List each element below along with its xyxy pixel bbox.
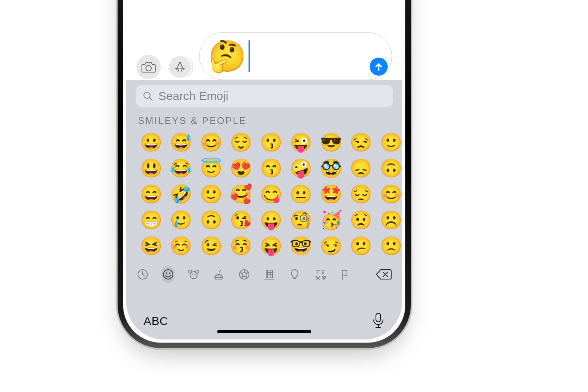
backspace-icon (375, 268, 392, 281)
emoji-search[interactable]: Search Emoji (136, 85, 393, 107)
cat-objects[interactable] (288, 266, 302, 283)
emoji-cell[interactable]: 😌 (228, 129, 254, 155)
activity-icon (238, 269, 250, 280)
text-caret (249, 40, 250, 72)
emoji-cell[interactable]: 😂 (168, 155, 194, 181)
smileys-icon (162, 269, 174, 280)
emoji-cell[interactable]: 😏 (318, 233, 344, 259)
message-input[interactable]: 🤔 (199, 32, 392, 80)
app-store-icon (173, 60, 187, 74)
cat-food[interactable] (212, 266, 226, 283)
emoji-cell[interactable]: 😚 (228, 233, 254, 259)
emoji-cell[interactable]: 🙃 (198, 207, 224, 233)
cat-flags[interactable] (338, 266, 353, 283)
emoji-cell[interactable]: 😒 (348, 129, 374, 155)
emoji-cell[interactable]: 😔 (348, 181, 374, 207)
emoji-cell[interactable]: 😟 (348, 207, 374, 233)
emoji-cell[interactable]: 🧐 (288, 207, 314, 233)
cat-symbols[interactable] (313, 266, 327, 283)
emoji-cell[interactable]: 🥰 (228, 181, 254, 207)
keyboard-bottom-row: ABC (126, 301, 402, 339)
emoji-grid-viewport[interactable]: 😀😅😊😌😗😜😎😒🙂😃😂😇😍😙🤪🥸😞🙃😄🤣🙂🥰😋😐🤩😔😊😁🥲🙃😘😛🧐🥳😟☹️😆☺️… (138, 129, 402, 259)
emoji-cell[interactable]: 😍 (228, 155, 254, 181)
emoji-cell[interactable]: 🙂 (198, 181, 224, 207)
compose-row: 🤔 (126, 20, 402, 79)
emoji-cell[interactable]: 😞 (348, 155, 374, 181)
camera-button[interactable] (136, 55, 161, 79)
emoji-cell[interactable]: 😛 (258, 207, 284, 233)
abc-key[interactable]: ABC (143, 314, 168, 328)
emoji-cell[interactable]: 😙 (258, 155, 284, 181)
emoji-keyboard: Search Emoji SMILEYS & PEOPLE 😀😅😊😌😗😜😎😒🙂😃… (126, 80, 402, 339)
cat-animals[interactable] (186, 266, 201, 283)
svg-point-0 (146, 65, 151, 71)
cat-smileys[interactable] (161, 266, 176, 283)
cat-activity[interactable] (237, 266, 251, 283)
emoji-cell[interactable]: 😐 (288, 181, 314, 207)
svg-point-4 (163, 270, 173, 279)
travel-icon (263, 269, 275, 280)
objects-icon (289, 269, 301, 280)
send-button[interactable] (370, 58, 388, 76)
emoji-cell[interactable]: 😗 (258, 129, 284, 155)
emoji-cell[interactable]: 🥳 (318, 207, 344, 233)
svg-point-11 (194, 274, 195, 276)
backspace-key[interactable] (374, 266, 393, 283)
emoji-category-bar (136, 266, 393, 283)
food-icon (213, 269, 225, 280)
emoji-cell[interactable]: 🤪 (288, 155, 314, 181)
emoji-cell[interactable]: ☺️ (168, 233, 194, 259)
svg-rect-13 (266, 270, 272, 278)
emoji-cell[interactable]: 😋 (258, 181, 284, 207)
arrow-up-icon (374, 62, 383, 71)
emoji-section-label: SMILEYS & PEOPLE (138, 115, 390, 126)
emoji-cell[interactable]: 😃 (138, 155, 164, 181)
emoji-cell[interactable]: 😎 (318, 129, 344, 155)
emoji-cell[interactable]: 😊 (378, 181, 402, 207)
emoji-cell[interactable]: 😘 (228, 207, 254, 233)
home-indicator[interactable] (217, 330, 311, 333)
phone-screen: 🤔 Search Emoji SMILEYS & PEOPLE (126, 0, 402, 339)
emoji-cell[interactable]: 😝 (258, 233, 284, 259)
emoji-cell[interactable]: 😇 (198, 155, 224, 181)
emoji-cell[interactable]: ☹️ (378, 207, 402, 233)
emoji-cell[interactable]: 😕 (348, 233, 374, 259)
emoji-cell[interactable]: 🤣 (168, 181, 194, 207)
symbols-icon (314, 269, 326, 280)
emoji-cell[interactable]: 🥸 (318, 155, 344, 181)
emoji-cell[interactable]: 😁 (138, 207, 164, 233)
svg-point-9 (196, 270, 199, 273)
emoji-cell[interactable]: 🤩 (318, 181, 344, 207)
svg-point-5 (166, 272, 167, 274)
svg-point-6 (169, 272, 171, 274)
svg-point-10 (192, 274, 193, 276)
emoji-cell[interactable]: 😀 (138, 129, 164, 155)
typed-emoji: 🤔 (208, 41, 246, 71)
svg-point-8 (189, 270, 192, 273)
dictation-button[interactable] (372, 312, 385, 330)
emoji-cell[interactable]: 🤓 (288, 233, 314, 259)
svg-rect-14 (376, 313, 381, 322)
emoji-cell[interactable]: 😉 (198, 233, 224, 259)
animals-icon (188, 269, 200, 280)
svg-line-2 (149, 98, 152, 100)
cat-travel[interactable] (262, 266, 277, 283)
emoji-cell[interactable]: 😆 (138, 233, 164, 259)
emoji-cell[interactable]: 🥲 (168, 207, 194, 233)
emoji-cell[interactable]: 😅 (168, 129, 194, 155)
flags-icon (339, 269, 351, 280)
recents-icon (137, 269, 149, 280)
emoji-cell[interactable]: 🙃 (378, 155, 402, 181)
emoji-cell[interactable]: 🙂 (378, 129, 402, 155)
camera-icon (141, 61, 156, 73)
microphone-icon (372, 312, 385, 328)
emoji-cell[interactable]: 😜 (288, 129, 314, 155)
emoji-cell[interactable]: 😊 (198, 129, 224, 155)
emoji-cell[interactable]: 😄 (138, 181, 164, 207)
emoji-cell[interactable]: 🙁 (378, 233, 402, 259)
search-icon (143, 91, 153, 101)
phone-frame: 🤔 Search Emoji SMILEYS & PEOPLE (118, 0, 411, 348)
cat-recents[interactable] (136, 266, 150, 283)
app-store-button[interactable] (168, 55, 192, 79)
search-placeholder: Search Emoji (158, 89, 228, 103)
